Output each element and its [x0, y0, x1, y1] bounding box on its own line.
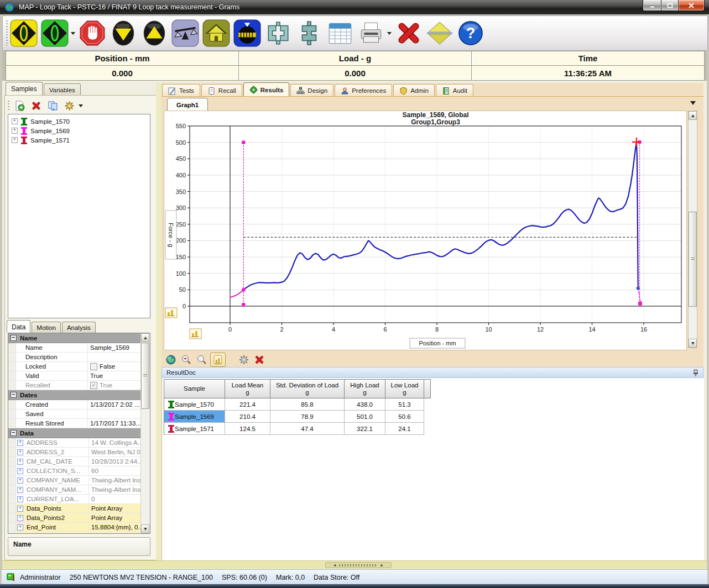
property-row[interactable]: +ADDRESS_2West Berlin, NJ 0... — [8, 448, 141, 457]
tab-variables[interactable]: Variables — [44, 83, 81, 95]
col-load-mean[interactable]: Load Meang — [225, 380, 270, 398]
property-value[interactable]: 10/28/2013 2:44... — [89, 458, 141, 465]
property-group-header[interactable]: −Dates — [8, 390, 141, 400]
expand-icon[interactable]: + — [12, 128, 18, 134]
chart-svg[interactable]: 0246810121416050100150200250300350400450… — [164, 111, 685, 349]
property-value[interactable]: ✓True — [88, 382, 141, 389]
delete-button[interactable] — [394, 18, 424, 48]
chart-scroll-down[interactable] — [689, 339, 697, 348]
gauge-length-button[interactable] — [232, 18, 262, 48]
expand-icon[interactable]: + — [17, 524, 23, 531]
maximize-button[interactable] — [661, 0, 679, 11]
property-value[interactable]: False — [88, 363, 141, 370]
add-sample-button[interactable] — [13, 99, 26, 112]
property-row[interactable]: +Data_PointsPoint Array — [8, 504, 141, 513]
property-value[interactable]: 14 W. Collings A... — [89, 439, 141, 446]
start-dropdown-icon[interactable] — [71, 32, 75, 35]
expand-icon[interactable]: + — [12, 137, 18, 143]
chart-lock-button[interactable] — [210, 353, 226, 367]
property-value[interactable]: 1/17/2017 11:33... — [88, 420, 141, 427]
col-high-load[interactable]: High Loadg — [345, 380, 385, 398]
panel-splitter[interactable] — [156, 83, 161, 560]
property-value[interactable]: Point Array — [89, 505, 141, 512]
tab-recall[interactable]: Recall — [201, 84, 242, 96]
collapse-icon[interactable]: − — [11, 392, 17, 398]
tab-graph1[interactable]: Graph1 — [167, 98, 208, 111]
property-row[interactable]: +End_Point15.8804:{mm}, 0... — [8, 523, 141, 532]
property-value[interactable]: Sample_1569 — [88, 344, 141, 351]
expand-icon[interactable]: + — [17, 477, 23, 484]
tab-audit[interactable]: Audit — [436, 84, 473, 96]
collapse-icon[interactable]: − — [11, 335, 17, 341]
close-grips-button[interactable] — [294, 18, 324, 48]
tree-item-sample-1570[interactable]: + Sample_1570 — [8, 117, 150, 126]
sample-settings-button[interactable] — [62, 99, 76, 112]
expand-icon[interactable]: + — [17, 496, 23, 502]
tab-motion[interactable]: Motion — [32, 322, 61, 333]
property-row[interactable]: NameSample_1569 — [8, 343, 141, 353]
expand-icon[interactable]: + — [17, 468, 23, 474]
expand-icon[interactable]: + — [17, 515, 23, 521]
chart-close-button[interactable] — [252, 353, 267, 366]
expand-icon[interactable]: + — [17, 534, 23, 534]
col-sample[interactable]: Sample — [164, 380, 225, 398]
samples-toolbar-grip[interactable] — [8, 101, 9, 111]
property-value[interactable]: Thwing-Albert Ins... — [89, 477, 141, 484]
print-button[interactable] — [356, 18, 386, 48]
tab-data[interactable]: Data — [7, 320, 30, 333]
tab-admin[interactable]: Admin — [393, 84, 435, 96]
property-row[interactable]: Description — [8, 353, 141, 362]
collapse-icon[interactable]: − — [11, 430, 17, 436]
jog-down-button[interactable] — [108, 18, 138, 48]
expand-icon[interactable]: + — [17, 459, 23, 465]
data-sheet-button[interactable] — [325, 18, 355, 48]
tab-results[interactable]: Results — [243, 82, 290, 96]
tree-item-sample-1569[interactable]: + Sample_1569 — [8, 126, 150, 135]
splitter-grip[interactable] — [325, 562, 392, 568]
refresh-samples-button[interactable] — [46, 99, 59, 112]
property-group-header[interactable]: −Name — [8, 333, 141, 343]
chart-reset-button[interactable] — [164, 353, 178, 366]
chart-settings-button[interactable] — [237, 353, 251, 366]
close-button[interactable] — [679, 0, 705, 11]
test-start-yellow-button[interactable] — [9, 18, 39, 48]
property-value[interactable]: 11.1007:{mm}, 0... — [89, 533, 141, 534]
col-std-deviation[interactable]: Std. Deviation of Loadg — [270, 380, 345, 398]
property-row[interactable]: Result Stored1/17/2017 11:33... — [8, 419, 141, 428]
scroll-up-button[interactable] — [141, 333, 149, 342]
property-row[interactable]: +COMPANY_NAM...Thwing-Albert Ins... — [8, 485, 141, 495]
chart-zoom-out-button[interactable] — [179, 353, 194, 366]
chart-scrollbar-thumb[interactable] — [689, 212, 697, 307]
property-value[interactable]: Thwing-Albert Ins... — [89, 486, 141, 493]
balance-load-button[interactable] — [170, 18, 200, 48]
limits-button[interactable] — [425, 18, 455, 48]
tab-samples[interactable]: Samples — [6, 82, 43, 95]
collapse-panel-icon[interactable] — [690, 101, 696, 105]
expand-icon[interactable]: + — [17, 506, 23, 512]
property-row[interactable]: Recalled✓True — [8, 381, 141, 390]
property-row[interactable]: +COLLECTION_S...60 — [8, 466, 141, 476]
test-start-green-button[interactable] — [40, 18, 70, 48]
minimize-button[interactable] — [643, 0, 661, 11]
chart-zoom-in-button[interactable] — [195, 353, 209, 366]
property-value[interactable]: West Berlin, NJ 0... — [89, 449, 141, 455]
property-value[interactable]: 60 — [89, 468, 141, 474]
table-row-sample-1569[interactable]: Sample_1569 210.4 78.9 501.0 50.6 — [164, 411, 431, 423]
home-position-button[interactable] — [201, 18, 231, 48]
table-row-sample-1571[interactable]: Sample_1571 124.5 47.4 322.1 24.1 — [164, 423, 431, 435]
tree-item-sample-1571[interactable]: + Sample_1571 — [8, 135, 150, 145]
scrollbar-thumb[interactable] — [141, 343, 149, 409]
property-value[interactable]: 15.8804:{mm}, 0... — [89, 524, 141, 531]
jog-up-button[interactable] — [139, 18, 169, 48]
help-button[interactable]: ? — [456, 18, 486, 48]
property-row[interactable]: +Data_Points2Point Array — [8, 513, 141, 523]
property-value[interactable]: True — [88, 372, 141, 379]
property-row[interactable]: Created1/13/2017 2:02 ... — [8, 400, 141, 410]
chart-scrollbar[interactable] — [688, 111, 697, 348]
delete-sample-button[interactable] — [29, 99, 43, 112]
settings-dropdown-icon[interactable] — [79, 104, 83, 107]
pin-icon[interactable] — [693, 369, 698, 377]
col-low-load[interactable]: Low Loadg — [385, 380, 424, 398]
open-grips-button[interactable] — [263, 18, 293, 48]
expand-icon[interactable]: + — [17, 487, 23, 493]
